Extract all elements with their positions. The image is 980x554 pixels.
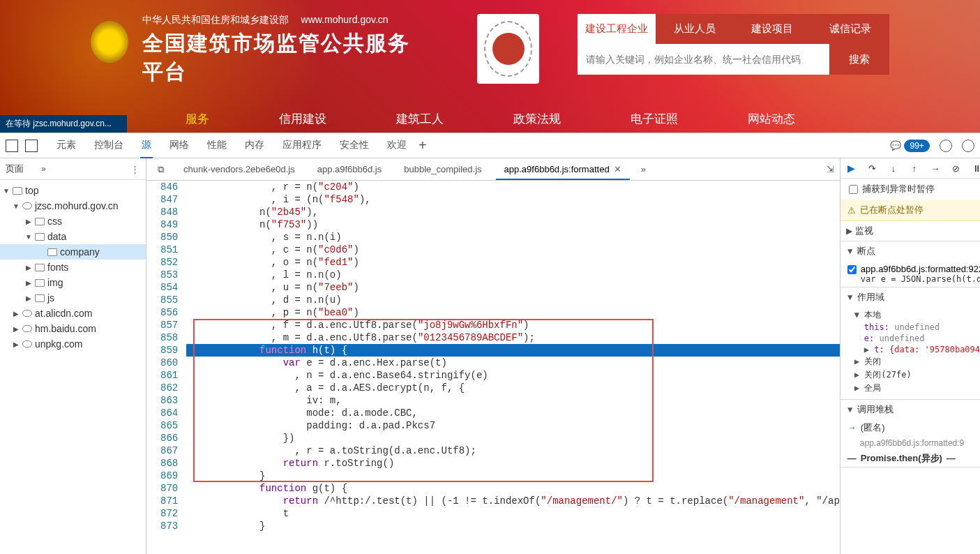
tree-item[interactable]: ▼data <box>0 229 146 244</box>
code-line[interactable]: } <box>186 470 840 482</box>
breakpoint-location[interactable]: app.a9f6bb6d.js:formatted:922 <box>861 264 980 274</box>
callstack-location[interactable]: app.a9f6bb6d.js:formatted:9 <box>860 438 964 448</box>
resume-button[interactable]: ▶ <box>846 163 857 174</box>
code-line[interactable]: function h(t) { <box>186 344 840 357</box>
chevron-right-icon[interactable]: » <box>41 164 46 174</box>
code-line[interactable]: return r.toString() <box>186 457 840 470</box>
issues-badge[interactable]: 💬99+ <box>890 140 929 152</box>
search-button[interactable]: 搜索 <box>829 44 889 75</box>
close-icon[interactable]: ✕ <box>614 164 621 174</box>
chevron-down-icon[interactable]: ▼ <box>846 246 854 256</box>
scope-closure-2[interactable]: 关闭(27fe) <box>864 370 911 380</box>
customize-icon[interactable] <box>962 140 974 152</box>
code-line[interactable]: , s = n.n(i) <box>186 231 840 244</box>
code-line[interactable]: iv: m, <box>186 394 840 407</box>
code-line[interactable]: , f = d.a.enc.Utf8.parse("jo8j9wGw%6Hbxf… <box>186 319 840 331</box>
code-line[interactable]: , u = n("7eeb") <box>186 281 840 294</box>
device-icon[interactable] <box>25 140 38 152</box>
scope-global[interactable]: 全局 <box>864 383 881 393</box>
devtools-tab[interactable]: 性能 <box>206 133 228 158</box>
nav-item-4[interactable]: 电子证照 <box>631 111 678 127</box>
devtools-tab[interactable]: 控制台 <box>93 133 125 158</box>
code-viewer[interactable]: 8468478488498508518528538548558568578588… <box>146 181 840 554</box>
file-tab[interactable]: app.a9f6bb6d.js <box>309 158 391 180</box>
breakpoints-header[interactable]: 断点 <box>857 245 875 257</box>
chevron-down-icon[interactable]: ▼ <box>846 292 854 302</box>
devtools-tab[interactable]: 元素 <box>55 133 77 158</box>
tree-item[interactable]: ▶img <box>0 275 146 290</box>
tree-item[interactable]: ▶css <box>0 214 146 229</box>
code-line[interactable]: , i = (n("f548"), <box>186 193 840 206</box>
tree-item[interactable]: company <box>0 244 146 260</box>
inspect-icon[interactable] <box>6 140 18 152</box>
code-line[interactable]: , l = n.n(o) <box>186 269 840 281</box>
tree-item[interactable]: ▶unpkg.com <box>0 336 146 352</box>
code-line[interactable]: return /^http:/.test(t) || (-1 != t.inde… <box>186 495 840 507</box>
chevron-down-icon[interactable]: ▼ <box>846 405 854 414</box>
scope-variable[interactable]: this: undefined <box>854 322 980 333</box>
devtools-tab[interactable]: 源 <box>140 133 153 158</box>
tree-item[interactable]: ▶hm.baidu.com <box>0 321 146 336</box>
tree-item[interactable]: ▶at.alicdn.com <box>0 306 146 321</box>
search-input[interactable] <box>578 44 829 75</box>
tree-item[interactable]: ▼top <box>0 183 146 198</box>
code-line[interactable]: }) <box>186 432 840 444</box>
code-line[interactable]: , a = d.a.AES.decrypt(n, f, { <box>186 382 840 394</box>
settings-icon[interactable] <box>940 140 952 152</box>
tree-item[interactable]: ▶fonts <box>0 260 146 275</box>
scope-variable[interactable]: e: undefined <box>854 333 980 344</box>
breakpoint-checkbox[interactable] <box>847 265 857 274</box>
add-tab-icon[interactable]: + <box>415 137 430 154</box>
file-tab[interactable]: app.a9f6bb6d.js:formatted✕ <box>496 158 630 180</box>
nav-item-5[interactable]: 网站动态 <box>748 111 795 127</box>
file-tab[interactable]: bubble_compiled.js <box>395 158 490 180</box>
tree-item[interactable]: ▶js <box>0 290 146 306</box>
code-line[interactable]: n("f753")) <box>186 218 840 231</box>
devtools-tab[interactable]: 安全性 <box>338 133 370 158</box>
code-line[interactable]: , d = n.n(u) <box>186 294 840 306</box>
navigator-more-icon[interactable]: ⋮ <box>130 164 140 174</box>
code-line[interactable]: , o = n("fed1") <box>186 256 840 269</box>
code-line[interactable]: function g(t) { <box>186 482 840 495</box>
devtools-tab[interactable]: 网络 <box>168 133 190 158</box>
devtools-tab[interactable]: 应用程序 <box>281 133 323 158</box>
code-line[interactable]: var e = d.a.enc.Hex.parse(t) <box>186 357 840 369</box>
search-tab-0[interactable]: 建设工程企业 <box>578 14 656 44</box>
pause-exceptions-button[interactable]: ⏸ <box>972 163 980 174</box>
code-line[interactable]: , m = d.a.enc.Utf8.parse("0123456789ABCD… <box>186 331 840 344</box>
chevron-right-icon[interactable]: ▶ <box>846 226 852 236</box>
callstack-header[interactable]: 调用堆栈 <box>857 403 894 416</box>
search-tab-1[interactable]: 从业人员 <box>656 14 734 44</box>
search-tab-2[interactable]: 建设项目 <box>734 14 812 44</box>
scope-local[interactable]: 本地 <box>864 310 881 320</box>
pause-exceptions-checkbox[interactable] <box>849 185 858 194</box>
code-line[interactable]: n("2b45"), <box>186 206 840 218</box>
nav-item-2[interactable]: 建筑工人 <box>396 111 444 127</box>
callstack-frame[interactable]: (匿名) <box>861 421 885 434</box>
code-line[interactable]: , n = d.a.enc.Base64.stringify(e) <box>186 369 840 382</box>
nav-item-0[interactable]: 服务 <box>186 111 209 127</box>
page-tab-label[interactable]: 页面 <box>6 163 24 175</box>
step-into-button[interactable]: ↓ <box>888 163 899 174</box>
code-line[interactable]: , p = n("bea0") <box>186 306 840 319</box>
code-line[interactable]: , r = n("c204") <box>186 181 840 193</box>
code-line[interactable]: , r = a.toString(d.a.enc.Utf8); <box>186 444 840 457</box>
scope-header[interactable]: 作用域 <box>857 291 884 304</box>
nav-item-1[interactable]: 信用建设 <box>279 111 326 127</box>
code-line[interactable]: mode: d.a.mode.CBC, <box>186 407 840 419</box>
watch-header[interactable]: 监视 <box>855 225 873 237</box>
code-line[interactable]: padding: d.a.pad.Pkcs7 <box>186 419 840 432</box>
more-tabs-icon[interactable]: » <box>635 158 651 180</box>
devtools-tab[interactable]: 内存 <box>243 133 266 158</box>
tree-item[interactable]: ▼jzsc.mohurd.gov.cn <box>0 198 146 214</box>
scope-closure[interactable]: 关闭 <box>864 357 881 366</box>
deactivate-bp-button[interactable]: ⊘ <box>951 163 962 174</box>
code-line[interactable]: , c = n("c0d6") <box>186 244 840 256</box>
nav-item-3[interactable]: 政策法规 <box>513 111 561 127</box>
code-line[interactable]: } <box>186 520 840 532</box>
devtools-tab[interactable]: 欢迎 <box>386 133 408 158</box>
scope-variable[interactable]: ▶ t: {data: '95780ba0943730 <box>854 344 980 355</box>
step-over-button[interactable]: ↷ <box>867 163 878 174</box>
search-tab-3[interactable]: 诚信记录 <box>811 14 889 44</box>
history-nav-icon[interactable]: ⧉ <box>152 158 169 180</box>
